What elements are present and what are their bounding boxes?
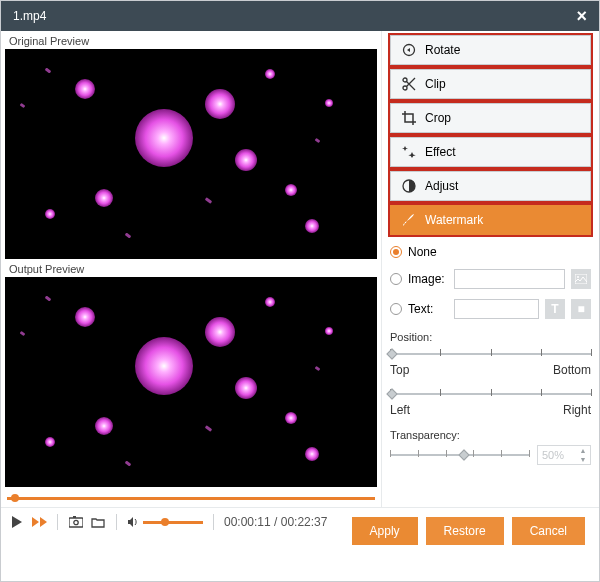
tool-label: Rotate [425, 43, 460, 57]
transparency-slider[interactable] [390, 448, 529, 462]
folder-icon [91, 516, 105, 528]
position-label: Position: [390, 331, 591, 343]
svg-point-5 [403, 86, 407, 90]
picture-icon [575, 274, 587, 284]
play-icon [12, 516, 22, 528]
left-column: Original Preview Output Preview [1, 31, 381, 507]
svg-rect-0 [69, 518, 83, 527]
rotate-icon [401, 42, 417, 58]
spinner-up-icon[interactable]: ▲ [576, 446, 590, 455]
speaker-icon [127, 516, 139, 528]
rotate-button[interactable]: Rotate [390, 35, 591, 65]
tool-label: Effect [425, 145, 455, 159]
square-icon: ■ [577, 302, 584, 316]
right-column: Rotate Clip Crop Effect Adjust Watermark… [381, 31, 599, 507]
spinner-down-icon[interactable]: ▼ [576, 455, 590, 464]
playback-timeline[interactable] [7, 491, 375, 505]
snapshot-button[interactable] [68, 514, 84, 530]
crop-button[interactable]: Crop [390, 103, 591, 133]
watermark-text-row: Text: T ■ [390, 299, 591, 319]
tool-label: Clip [425, 77, 446, 91]
font-button[interactable]: T [545, 299, 565, 319]
tool-label: Watermark [425, 213, 483, 227]
label-text: Text: [408, 302, 448, 316]
label-none: None [408, 245, 437, 259]
transparency-label: Transparency: [390, 429, 591, 441]
output-preview [5, 277, 377, 487]
apply-button[interactable]: Apply [352, 517, 418, 545]
vertical-position-slider[interactable]: TopBottom [390, 347, 591, 377]
stars-icon [401, 144, 417, 160]
svg-point-8 [577, 276, 579, 278]
transparency-spinner[interactable]: 50% ▲▼ [537, 445, 591, 465]
crop-icon [401, 110, 417, 126]
effect-button[interactable]: Effect [390, 137, 591, 167]
volume-slider[interactable] [143, 521, 203, 524]
restore-button[interactable]: Restore [426, 517, 504, 545]
adjust-icon [401, 178, 417, 194]
volume-control[interactable] [127, 516, 203, 528]
open-folder-button[interactable] [90, 514, 106, 530]
original-preview-label: Original Preview [5, 33, 377, 49]
close-icon[interactable]: × [576, 6, 587, 27]
color-button[interactable]: ■ [571, 299, 591, 319]
play-button[interactable] [9, 514, 25, 530]
radio-none[interactable] [390, 246, 402, 258]
svg-rect-2 [73, 516, 76, 518]
titlebar: 1.mp4 × [1, 1, 599, 31]
transparency-row: 50% ▲▼ [390, 445, 591, 465]
label-image: Image: [408, 272, 448, 286]
playback-time: 00:00:11 / 00:22:37 [224, 515, 327, 529]
watermark-button[interactable]: Watermark [390, 205, 591, 235]
t-icon: T [551, 302, 558, 316]
radio-image[interactable] [390, 273, 402, 285]
clip-button[interactable]: Clip [390, 69, 591, 99]
adjust-button[interactable]: Adjust [390, 171, 591, 201]
tool-label: Crop [425, 111, 451, 125]
output-preview-label: Output Preview [5, 261, 377, 277]
transparency-value: 50% [538, 449, 576, 461]
original-preview [5, 49, 377, 259]
brush-icon [401, 212, 417, 228]
watermark-image-row: Image: [390, 269, 591, 289]
playback-controls: 00:00:11 / 00:22:37 [5, 509, 377, 535]
cancel-button[interactable]: Cancel [512, 517, 585, 545]
fast-forward-icon [32, 517, 47, 527]
svg-point-1 [74, 520, 78, 524]
watermark-none-row: None [390, 245, 591, 259]
image-path-field[interactable] [454, 269, 565, 289]
svg-point-4 [403, 78, 407, 82]
browse-image-button[interactable] [571, 269, 591, 289]
radio-text[interactable] [390, 303, 402, 315]
horizontal-position-slider[interactable]: LeftRight [390, 387, 591, 417]
camera-icon [69, 516, 83, 528]
scissors-icon [401, 76, 417, 92]
tool-label: Adjust [425, 179, 458, 193]
window-title: 1.mp4 [13, 9, 46, 23]
text-field[interactable] [454, 299, 539, 319]
fast-forward-button[interactable] [31, 514, 47, 530]
